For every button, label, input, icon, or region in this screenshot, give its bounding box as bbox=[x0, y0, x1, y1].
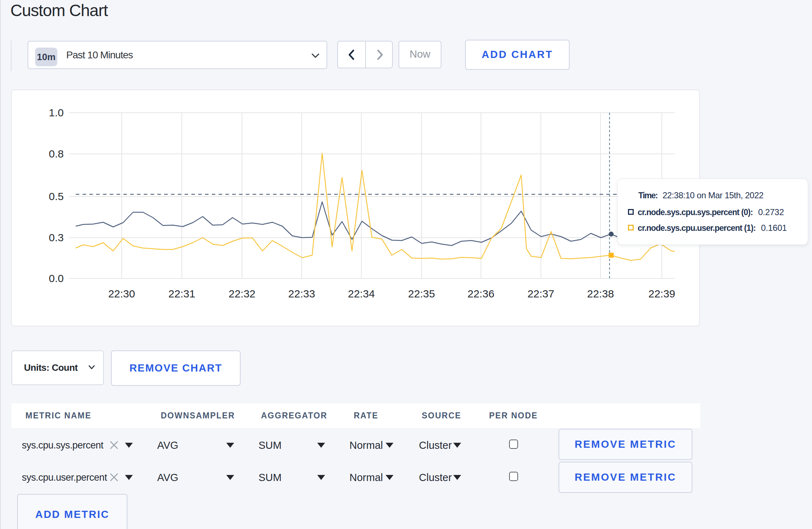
svg-text:22:30: 22:30 bbox=[108, 288, 135, 300]
svg-text:22:35: 22:35 bbox=[408, 288, 435, 300]
svg-text:0.0: 0.0 bbox=[49, 272, 64, 284]
svg-text:0.3: 0.3 bbox=[49, 232, 64, 243]
svg-text:22:32: 22:32 bbox=[228, 288, 255, 300]
svg-text:22:37: 22:37 bbox=[527, 288, 554, 300]
svg-text:1.0: 1.0 bbox=[49, 107, 64, 118]
svg-text:22:38: 22:38 bbox=[587, 288, 614, 300]
svg-text:22:34: 22:34 bbox=[348, 288, 375, 300]
svg-text:22:33: 22:33 bbox=[288, 288, 315, 300]
svg-text:0.8: 0.8 bbox=[49, 148, 64, 160]
svg-text:22:31: 22:31 bbox=[168, 288, 195, 300]
svg-text:22:36: 22:36 bbox=[468, 288, 494, 300]
svg-text:22:39: 22:39 bbox=[648, 288, 675, 300]
svg-text:0.5: 0.5 bbox=[49, 190, 64, 202]
